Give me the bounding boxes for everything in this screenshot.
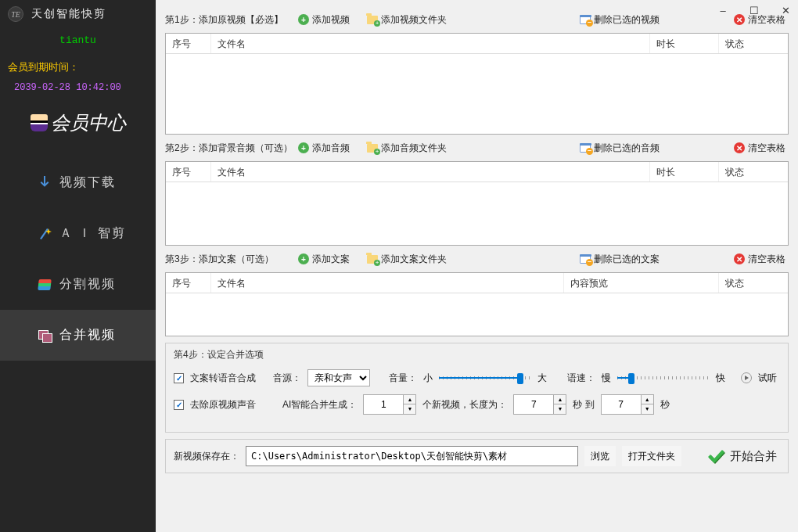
step4-panel: 第4步：设定合并选项 文案转语音合成 音源： 亲和女声 音量： 小 大 语速： … <box>165 343 789 433</box>
len-to-spinner[interactable]: ▲▼ <box>601 394 654 415</box>
maximize-button[interactable]: ☐ <box>748 5 760 16</box>
clear-icon: ✕ <box>734 142 745 153</box>
plus-icon: + <box>298 14 309 25</box>
avatar-icon <box>31 114 48 131</box>
speed-min: 慢 <box>602 372 611 385</box>
member-center-link[interactable]: 会员中心 <box>0 102 156 157</box>
step2-bar: 第2步：添加背景音频（可选） +添加音频 添加音频文件夹 删除已选的音频 ✕清空… <box>165 139 789 156</box>
volume-slider[interactable] <box>439 376 531 379</box>
checkmark-icon <box>706 447 725 466</box>
nav-item-ai[interactable]: Ａ Ｉ 智剪 <box>0 208 156 259</box>
save-path-input[interactable] <box>246 446 578 466</box>
step2-label: 第2步：添加背景音频（可选） <box>165 142 298 155</box>
nav-label: Ａ Ｉ 智剪 <box>59 225 126 242</box>
add-text-button[interactable]: +添加文案 <box>298 253 350 266</box>
merge-icon <box>38 329 52 343</box>
strip-audio-checkbox[interactable] <box>174 400 184 410</box>
download-icon <box>38 176 52 190</box>
folder-icon <box>367 144 378 153</box>
delete-audio-button[interactable]: 删除已选的音频 <box>580 142 660 155</box>
minimize-button[interactable]: – <box>717 5 729 16</box>
nav-item-merge[interactable]: 合并视频 <box>0 310 156 361</box>
nav-menu: 视频下载 Ａ Ｉ 智剪 分割视频 合并视频 <box>0 157 156 361</box>
col-index: 序号 <box>166 162 211 182</box>
clear-text-button[interactable]: ✕清空表格 <box>734 253 785 266</box>
spin-down[interactable]: ▼ <box>554 404 566 414</box>
volume-min: 小 <box>423 372 433 385</box>
spin-up[interactable]: ▲ <box>554 395 566 404</box>
len-to-input[interactable] <box>601 394 642 415</box>
len-from-spinner[interactable]: ▲▼ <box>513 394 566 415</box>
bottom-bar: 新视频保存在： 浏览 打开文件夹 开始合并 <box>165 439 789 473</box>
delete-icon <box>580 255 591 264</box>
table-header: 序号 文件名 时长 状态 <box>166 34 788 54</box>
nav-label: 分割视频 <box>59 276 116 293</box>
speed-label: 语速： <box>567 372 595 385</box>
app-title: 天创智能快剪 <box>31 7 106 21</box>
start-merge-button[interactable]: 开始合并 <box>703 447 780 466</box>
preview-button[interactable]: 试听 <box>758 372 777 385</box>
audio-table[interactable]: 序号 文件名 时长 状态 <box>165 161 789 246</box>
add-audio-folder-button[interactable]: 添加音频文件夹 <box>367 142 447 155</box>
nav-item-download[interactable]: 视频下载 <box>0 157 156 208</box>
nav-label: 合并视频 <box>59 327 116 343</box>
folder-icon <box>367 255 378 264</box>
delete-icon <box>580 144 591 153</box>
table-header: 序号 文件名 时长 状态 <box>166 162 788 182</box>
col-status: 状态 <box>719 162 788 182</box>
voice-label: 音源： <box>273 372 301 385</box>
add-audio-button[interactable]: +添加音频 <box>298 142 350 155</box>
delete-video-button[interactable]: 删除已选的视频 <box>580 13 660 27</box>
browse-button[interactable]: 浏览 <box>584 446 616 466</box>
len-suffix: 秒 <box>660 398 670 412</box>
nav-item-split[interactable]: 分割视频 <box>0 259 156 310</box>
open-folder-button[interactable]: 打开文件夹 <box>622 446 681 466</box>
count-input[interactable] <box>363 394 404 415</box>
save-label: 新视频保存在： <box>174 450 239 463</box>
strip-audio-label: 去除原视频声音 <box>190 398 256 412</box>
step3-label: 第3步：添加文案（可选） <box>165 253 298 266</box>
spin-down[interactable]: ▼ <box>642 404 653 414</box>
close-button[interactable]: ✕ <box>779 5 792 16</box>
text-table[interactable]: 序号 文件名 内容预览 状态 <box>165 272 789 336</box>
step1-bar: 第1步：添加原视频【必选】 +添加视频 添加视频文件夹 删除已选的视频 ✕清空表… <box>165 11 789 28</box>
col-filename: 文件名 <box>211 273 564 293</box>
len-from-input[interactable] <box>513 394 554 415</box>
app-logo: TE <box>8 6 23 22</box>
spin-down[interactable]: ▼ <box>404 404 415 414</box>
play-icon[interactable] <box>741 372 752 383</box>
volume-max: 大 <box>537 372 547 385</box>
speed-max: 快 <box>716 372 725 385</box>
volume-label: 音量： <box>389 372 417 385</box>
add-video-folder-button[interactable]: 添加视频文件夹 <box>367 13 447 27</box>
count-spinner[interactable]: ▲▼ <box>363 394 416 415</box>
clear-icon: ✕ <box>734 253 745 264</box>
col-status: 状态 <box>719 273 788 293</box>
speed-slider[interactable] <box>617 376 710 379</box>
titlebar: TE 天创智能快剪 <box>0 0 156 28</box>
voice-select[interactable]: 亲和女声 <box>307 369 370 386</box>
ai-merge-label: AI智能合并生成： <box>282 398 357 412</box>
add-text-folder-button[interactable]: 添加文案文件夹 <box>367 253 447 266</box>
delete-text-button[interactable]: 删除已选的文案 <box>580 253 660 266</box>
main-panel: – ☐ ✕ 第1步：添加原视频【必选】 +添加视频 添加视频文件夹 删除已选的视… <box>156 0 798 532</box>
expiry-label: 会员到期时间： <box>0 56 156 79</box>
tts-checkbox[interactable] <box>174 373 184 383</box>
nav-label: 视频下载 <box>59 174 116 191</box>
clear-audio-button[interactable]: ✕清空表格 <box>734 142 785 155</box>
plus-icon: + <box>298 253 309 264</box>
step4-title: 第4步：设定合并选项 <box>174 348 780 361</box>
plus-icon: + <box>298 142 309 153</box>
sidebar: TE 天创智能快剪 tiantu 会员到期时间： 2039-02-28 10:4… <box>0 0 156 532</box>
brand-name: tiantu <box>0 28 156 56</box>
col-status: 状态 <box>719 34 788 53</box>
window-controls: – ☐ ✕ <box>717 5 792 16</box>
video-table[interactable]: 序号 文件名 时长 状态 <box>165 33 789 135</box>
tts-label: 文案转语音合成 <box>190 372 256 385</box>
spin-up[interactable]: ▲ <box>642 395 653 404</box>
add-video-button[interactable]: +添加视频 <box>298 13 350 27</box>
col-filename: 文件名 <box>211 34 650 53</box>
spin-up[interactable]: ▲ <box>404 395 415 404</box>
col-index: 序号 <box>166 34 211 53</box>
col-preview: 内容预览 <box>564 273 719 293</box>
